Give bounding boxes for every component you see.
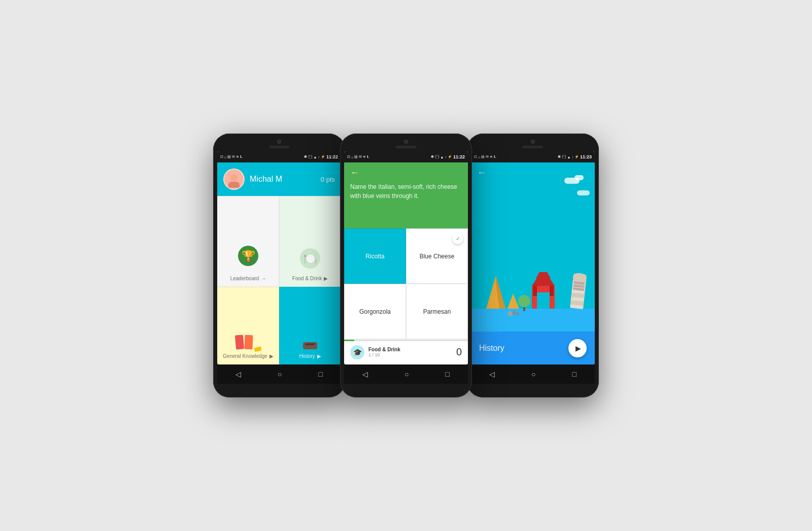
- answer-gorgonzola[interactable]: Gorgonzola: [344, 284, 406, 339]
- phone-1-header: Michal M 0 pts: [217, 162, 341, 196]
- phone-1-screen: ⊡ ⌂ ▤ ✉ ≋ 𝐋 ✽ 📳 ▲ ↑ ⚡ 11:22: [217, 151, 341, 364]
- phone-2-nav: ◁ ○ □: [344, 364, 468, 384]
- recents-button-2[interactable]: □: [446, 370, 450, 378]
- phone-3-status-bar: ⊡ ⌂ ▤ ✉ ≋ 𝐋 ✽ 📳 ▲ ↑ ⚡ 11:23: [471, 151, 595, 162]
- svg-rect-13: [550, 286, 554, 296]
- svg-marker-15: [536, 272, 551, 278]
- phone-1-status-bar: ⊡ ⌂ ▤ ✉ ≋ 𝐋 ✽ 📳 ▲ ↑ ⚡ 11:22: [217, 151, 341, 162]
- phone-1: ⊡ ⌂ ▤ ✉ ≋ 𝐋 ✽ 📳 ▲ ↑ ⚡ 11:22: [213, 134, 345, 397]
- user-points: 0 pts: [321, 176, 335, 183]
- svg-marker-14: [532, 278, 555, 286]
- user-name: Michal M: [250, 175, 316, 184]
- recents-button-3[interactable]: □: [572, 370, 577, 378]
- cloud-2: [577, 190, 590, 195]
- back-button[interactable]: ◁: [235, 370, 241, 378]
- history-play-button[interactable]: ▶: [568, 339, 587, 357]
- phone-2-camera: [404, 140, 408, 144]
- pencil-book-icon: [235, 335, 261, 349]
- phone-1-speaker: [269, 146, 289, 148]
- phone-2: ⊡ ⌂ ▤ ✉ ≋ 𝐋 ✽ 📳 ▲ ↑ ⚡ 11:22 ←: [340, 134, 472, 397]
- phone-2-speaker: [396, 146, 416, 148]
- svg-text:🏆: 🏆: [242, 249, 256, 263]
- svg-point-25: [516, 312, 519, 315]
- phone-1-nav: ◁ ○ □: [217, 364, 341, 384]
- fossil-icon: [303, 342, 317, 349]
- history-top-area: ←: [471, 162, 595, 331]
- category-grid: 🏆 Leaderboard → 🍽️: [217, 196, 341, 364]
- user-avatar: [223, 169, 245, 190]
- svg-text:🍽️: 🍽️: [303, 252, 318, 266]
- home-button[interactable]: ○: [278, 370, 282, 378]
- answer-blue-cheese[interactable]: Blue Cheese ✓: [406, 228, 468, 284]
- answers-grid: Ricotta Blue Cheese ✓ Gorgonzola Parmesa…: [344, 228, 468, 339]
- play-icon: ▶: [576, 344, 581, 352]
- footer-info: Food & Drink 1 / 10: [368, 347, 452, 357]
- quiz-back-arrow[interactable]: ←: [350, 168, 462, 178]
- quiz-question: Name the Italian, semi-soft, rich cheese…: [350, 182, 462, 201]
- svg-rect-9: [523, 307, 525, 311]
- food-drink-label: Food & Drink ▶: [292, 276, 328, 281]
- back-button-2[interactable]: ◁: [362, 370, 368, 378]
- recents-button[interactable]: □: [319, 370, 323, 378]
- leaderboard-cell[interactable]: 🏆 Leaderboard →: [217, 196, 279, 287]
- phone-3-camera: [531, 140, 535, 144]
- footer-progress: 1 / 10: [368, 352, 452, 357]
- svg-rect-4: [471, 309, 595, 331]
- quiz-footer: 🎓 Food & Drink 1 / 10 0: [344, 339, 468, 364]
- general-knowledge-label: General Knowledge ▶: [223, 353, 274, 359]
- footer-category: Food & Drink: [368, 347, 452, 352]
- correct-check: ✓: [452, 233, 463, 244]
- phone-3-screen: ⊡ ⌂ ▤ ✉ ≋ 𝐋 ✽ 📳 ▲ ↑ ⚡ 11:23 ←: [471, 151, 595, 364]
- trophy-icon: 🏆: [237, 245, 259, 272]
- phone-2-screen: ⊡ ⌂ ▤ ✉ ≋ 𝐋 ✽ 📳 ▲ ↑ ⚡ 11:22 ←: [344, 151, 468, 364]
- food-icon: 🍽️: [299, 247, 321, 272]
- footer-avatar: 🎓: [350, 345, 364, 359]
- svg-marker-7: [507, 293, 519, 309]
- quiz-header: ← Name the Italian, semi-soft, rich chee…: [344, 162, 468, 228]
- cloud-1-puff: [574, 175, 584, 180]
- svg-rect-11: [537, 292, 550, 309]
- general-knowledge-cell[interactable]: General Knowledge ▶: [217, 287, 279, 365]
- svg-point-24: [512, 311, 516, 315]
- phone-1-camera: [277, 140, 281, 144]
- answer-parmesan[interactable]: Parmesan: [406, 284, 468, 339]
- phone-3-speaker: [523, 146, 543, 148]
- svg-point-8: [518, 295, 530, 307]
- phone-3: ⊡ ⌂ ▤ ✉ ≋ 𝐋 ✽ 📳 ▲ ↑ ⚡ 11:23 ←: [467, 134, 599, 397]
- back-button-3[interactable]: ◁: [489, 370, 495, 378]
- history-label: History ▶: [299, 353, 321, 359]
- home-button-3[interactable]: ○: [531, 370, 535, 378]
- phones-container: ⊡ ⌂ ▤ ✉ ≋ 𝐋 ✽ 📳 ▲ ↑ ⚡ 11:22: [213, 134, 599, 397]
- phone-3-nav: ◁ ○ □: [471, 364, 595, 384]
- food-drink-cell[interactable]: 🍽️ Food & Drink ▶: [279, 196, 341, 287]
- history-cell[interactable]: History ▶: [279, 287, 341, 365]
- leaderboard-label: Leaderboard →: [230, 276, 266, 281]
- footer-score: 0: [456, 346, 462, 358]
- phone-1-right-icons: ✽ 📳 ▲ ↑ ⚡ 11:22: [304, 154, 338, 159]
- home-button-2[interactable]: ○: [404, 370, 409, 378]
- answer-ricotta[interactable]: Ricotta: [344, 228, 406, 284]
- svg-point-26: [507, 311, 513, 316]
- history-bottom-bar: History ▶: [471, 331, 595, 364]
- phone-2-status-bar: ⊡ ⌂ ▤ ✉ ≋ 𝐋 ✽ 📳 ▲ ↑ ⚡ 11:22: [344, 151, 468, 162]
- history-category-label: History: [479, 344, 504, 353]
- svg-rect-12: [533, 286, 537, 296]
- landmarks-svg: [471, 238, 595, 331]
- phone-1-status-icons: ⊡ ⌂ ▤ ✉ ≋ 𝐋: [220, 155, 243, 159]
